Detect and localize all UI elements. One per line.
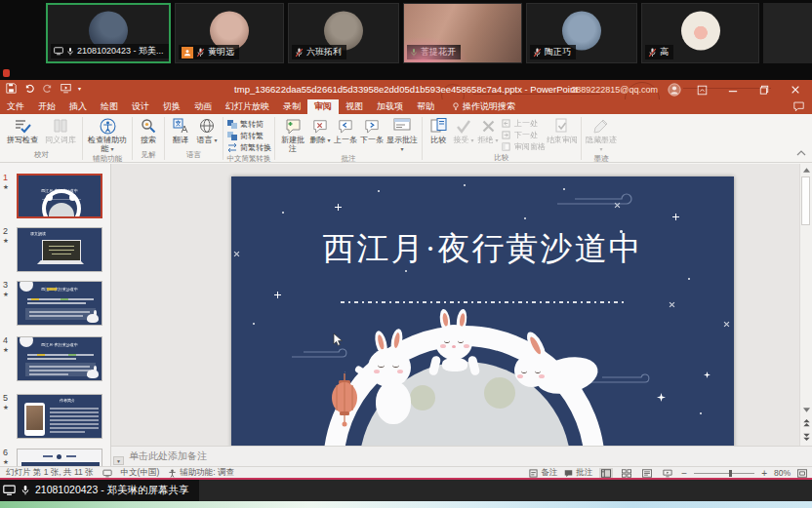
new-comment-button[interactable]: 新建批注 bbox=[278, 116, 307, 153]
zoom-out-icon[interactable]: − bbox=[681, 468, 687, 479]
tab-help[interactable]: 帮助 bbox=[410, 99, 441, 114]
scroll-up-icon[interactable] bbox=[800, 164, 812, 176]
notes-collapse-icon[interactable]: ▼ bbox=[113, 456, 124, 465]
zoom-slider[interactable] bbox=[694, 473, 754, 474]
account-email[interactable]: 2889222815@qq.com bbox=[571, 85, 658, 95]
next-change-button[interactable]: 下一处 bbox=[501, 130, 546, 140]
scrollbar-thumb[interactable] bbox=[801, 176, 810, 225]
tab-addins[interactable]: 加载项 bbox=[370, 99, 410, 114]
compare-button[interactable]: 比较 bbox=[426, 116, 451, 144]
participant-tile[interactable]: 黄明远 bbox=[175, 3, 284, 63]
reading-view-button[interactable] bbox=[640, 468, 654, 479]
hide-ink-button[interactable]: 隐藏墨迹 ▾ bbox=[585, 116, 618, 153]
check-accessibility-button[interactable]: 检查辅助功能 ▾ bbox=[86, 116, 129, 153]
slide-canvas[interactable]: 西江月·夜行黄沙道中 bbox=[231, 176, 734, 446]
traditional-to-simplified-button[interactable]: 繁转简 bbox=[226, 119, 271, 130]
tab-view[interactable]: 视图 bbox=[339, 99, 370, 114]
title-bar[interactable]: ▾ tmp_136622daa55d2661d5d33958e2dd05d1b5… bbox=[0, 80, 812, 99]
convert-icon bbox=[226, 120, 237, 130]
simplified-to-traditional-button[interactable]: 简转繁 bbox=[226, 131, 271, 141]
tab-draw[interactable]: 绘图 bbox=[94, 99, 125, 114]
slide-thumbnail-1[interactable]: 1★ 西江月·夜行黄沙道中 bbox=[3, 174, 102, 218]
next-slide-button[interactable] bbox=[800, 431, 812, 443]
translate-icon bbox=[171, 117, 190, 135]
restore-button[interactable] bbox=[753, 80, 775, 99]
slide-thumbnail-2[interactable]: 2★ 课文朗读 bbox=[3, 227, 102, 272]
slideshow-view-button[interactable] bbox=[661, 468, 674, 479]
notes-placeholder[interactable]: 单击此处添加备注 bbox=[111, 447, 812, 466]
participant-tile-video[interactable]: 菩提花开 bbox=[403, 3, 522, 63]
smart-lookup-button[interactable]: 搜索 bbox=[136, 116, 161, 144]
tab-home[interactable]: 开始 bbox=[31, 99, 62, 114]
participant-badge: 菩提花开 bbox=[407, 45, 461, 59]
tab-review[interactable]: 审阅 bbox=[307, 99, 339, 114]
slide-thumbnail-3[interactable]: 3★ 西江月·夜行黄沙道中 bbox=[3, 281, 102, 326]
tell-me-search[interactable]: 操作说明搜索 bbox=[445, 99, 522, 114]
tab-transitions[interactable]: 切换 bbox=[156, 99, 187, 114]
end-review-button[interactable]: 结束审阅 bbox=[547, 116, 578, 144]
recording-indicator bbox=[3, 69, 10, 77]
share-mic-icon bbox=[20, 485, 30, 496]
next-change-icon bbox=[501, 131, 511, 140]
ribbon-display-options-icon[interactable] bbox=[691, 80, 712, 99]
slide-title[interactable]: 西江月·夜行黄沙道中 bbox=[231, 227, 734, 271]
screen: 21081020423 - 郑美... 黄明远 六班拓利 菩提花开 bbox=[0, 0, 812, 508]
translate-button[interactable]: 翻译 bbox=[168, 116, 193, 144]
slide-thumbnail-5[interactable]: 5★ 作者简介 bbox=[3, 394, 102, 439]
previous-slide-button[interactable] bbox=[800, 417, 812, 429]
simplified-traditional-convert-button[interactable]: 简繁转换 bbox=[226, 142, 271, 153]
slide-thumbnail-6[interactable]: 6★ bbox=[3, 449, 102, 466]
zoom-slider-thumb[interactable] bbox=[729, 470, 732, 477]
participant-tile[interactable]: 21081020423 - 郑美... bbox=[46, 3, 171, 63]
display-settings-icon[interactable] bbox=[102, 469, 112, 478]
zoom-level[interactable]: 80% bbox=[774, 468, 791, 478]
accessibility-icon bbox=[98, 117, 117, 135]
next-comment-button[interactable]: 下一条 bbox=[359, 116, 385, 144]
vertical-scrollbar[interactable] bbox=[799, 164, 812, 446]
normal-view-button[interactable] bbox=[599, 468, 613, 479]
participant-tile[interactable]: 六班拓利 bbox=[288, 3, 399, 63]
language-button[interactable]: 语言 ▾ bbox=[194, 116, 220, 144]
zoom-in-icon[interactable]: + bbox=[761, 468, 767, 479]
end-review-icon bbox=[552, 117, 572, 135]
tab-file[interactable]: 文件 bbox=[0, 99, 31, 114]
participant-tile[interactable]: 高 bbox=[641, 3, 759, 63]
minimize-button[interactable] bbox=[722, 80, 744, 99]
comments-toggle-icon bbox=[564, 469, 573, 478]
collapse-ribbon-icon[interactable] bbox=[796, 150, 806, 156]
previous-change-button[interactable]: 上一处 bbox=[501, 118, 546, 129]
participant-tile[interactable]: 陶正巧 bbox=[526, 3, 637, 63]
slide-thumbnail-4[interactable]: 4★ 西江月·夜行黄沙道中 bbox=[3, 336, 102, 381]
fit-to-window-icon[interactable] bbox=[797, 469, 807, 478]
reviewing-pane-button[interactable]: 审阅窗格 bbox=[501, 141, 546, 152]
tab-design[interactable]: 设计 bbox=[125, 99, 156, 114]
tab-record[interactable]: 录制 bbox=[276, 99, 307, 114]
previous-comment-button[interactable]: 上一条 bbox=[333, 116, 358, 144]
slide-sorter-view-button[interactable] bbox=[620, 468, 633, 479]
convert-icon bbox=[226, 143, 237, 153]
close-button[interactable] bbox=[785, 80, 806, 99]
accept-button[interactable]: 接受 ▾ bbox=[452, 116, 475, 144]
scroll-down-icon[interactable] bbox=[800, 404, 812, 415]
thesaurus-icon bbox=[51, 117, 70, 135]
slide-editor-area[interactable]: 西江月·夜行黄沙道中 bbox=[111, 164, 800, 446]
spell-check-button[interactable]: 拼写检查 bbox=[4, 116, 41, 144]
tab-animations[interactable]: 动画 bbox=[187, 99, 219, 114]
slide-thumbnail-panel[interactable]: 1★ 西江月·夜行黄沙道中 2★ 课文朗读 bbox=[0, 164, 111, 466]
ribbon: 拼写检查 同义词库 校对 检查辅助功能 ▾ 辅助 bbox=[0, 114, 812, 163]
thesaurus-button[interactable]: 同义词库 bbox=[42, 116, 79, 144]
compare-icon bbox=[428, 117, 448, 135]
tab-slideshow[interactable]: 幻灯片放映 bbox=[219, 99, 276, 114]
notes-pane[interactable]: ▼ 单击此处添加备注 bbox=[111, 446, 812, 467]
account-avatar-icon[interactable] bbox=[668, 83, 681, 97]
screen-share-banner[interactable]: 21081020423 - 郑美琳的屏幕共享 bbox=[0, 480, 199, 501]
participant-name: 陶正巧 bbox=[545, 46, 571, 59]
delete-comment-button[interactable]: 删除 ▾ bbox=[308, 116, 332, 144]
ribbon-group-chinese-conversion: 繁转简 简转繁 简繁转换 中文简繁转换 bbox=[224, 115, 273, 162]
show-comments-button[interactable]: 显示批注 ▾ bbox=[386, 116, 419, 153]
reject-button[interactable]: 拒绝 ▾ bbox=[476, 116, 500, 144]
feedback-bubble-icon[interactable] bbox=[793, 101, 804, 111]
ribbon-group-ink: 隐藏墨迹 ▾ 墨迹 bbox=[583, 115, 620, 162]
accept-check-icon bbox=[454, 117, 473, 135]
tab-insert[interactable]: 插入 bbox=[62, 99, 94, 114]
